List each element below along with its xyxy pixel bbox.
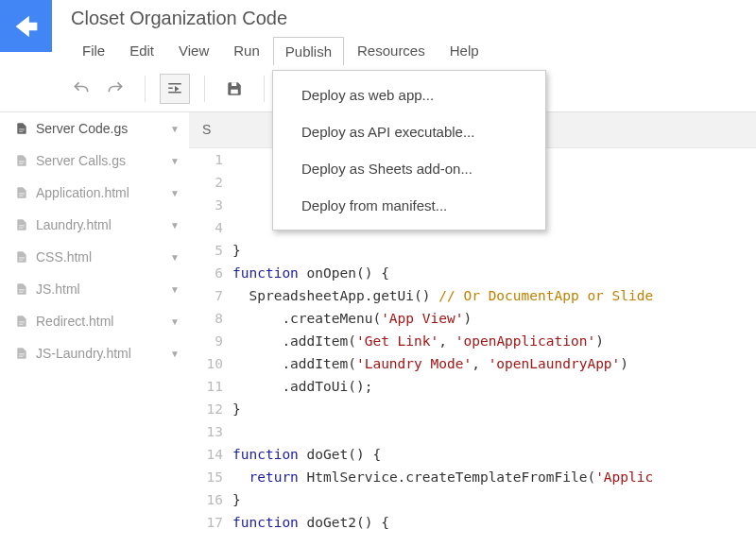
line-gutter: 1234567891011121314151617 — [189, 148, 232, 534]
file-name: Redirect.html — [36, 314, 113, 329]
file-item[interactable]: Server Code.gs▼ — [0, 112, 189, 145]
file-sidebar: Server Code.gs▼Server Calls.gs▼Applicati… — [0, 112, 189, 540]
file-name: Server Calls.gs — [36, 153, 126, 168]
file-icon — [15, 314, 28, 329]
save-button[interactable] — [219, 74, 249, 104]
menubar: FileEditViewRunPublishResourcesHelp — [71, 37, 756, 65]
file-item[interactable]: Redirect.html▼ — [0, 305, 189, 337]
file-icon — [15, 185, 28, 200]
file-name: JS.html — [36, 282, 80, 297]
svg-rect-0 — [168, 83, 181, 85]
caret-down-icon[interactable]: ▼ — [170, 252, 180, 263]
menu-publish[interactable]: Publish — [273, 37, 344, 65]
file-icon — [15, 217, 28, 232]
caret-down-icon[interactable]: ▼ — [170, 316, 180, 327]
menu-file[interactable]: File — [71, 37, 116, 65]
file-name: Server Code.gs — [36, 121, 128, 136]
file-item[interactable]: CSS.html▼ — [0, 241, 189, 273]
project-title[interactable]: Closet Organization Code — [71, 8, 756, 29]
file-item[interactable]: Application.html▼ — [0, 177, 189, 209]
caret-down-icon[interactable]: ▼ — [170, 156, 180, 166]
file-name: JS-Laundry.html — [36, 346, 131, 361]
indent-button[interactable] — [160, 74, 190, 104]
file-icon — [15, 153, 28, 168]
file-name: Laundry.html — [36, 217, 112, 232]
dropdown-item[interactable]: Deploy as web app... — [273, 77, 545, 113]
dropdown-item[interactable]: Deploy as Sheets add-on... — [273, 150, 545, 187]
caret-down-icon[interactable]: ▼ — [170, 124, 180, 134]
file-item[interactable]: Laundry.html▼ — [0, 209, 189, 241]
file-name: CSS.html — [36, 249, 92, 264]
menu-resources[interactable]: Resources — [346, 37, 437, 65]
svg-rect-1 — [168, 87, 173, 89]
file-item[interactable]: JS-Laundry.html▼ — [0, 337, 189, 369]
redo-button[interactable] — [100, 74, 130, 104]
menu-run[interactable]: Run — [222, 37, 271, 65]
menu-view[interactable]: View — [167, 37, 220, 65]
caret-down-icon[interactable]: ▼ — [170, 220, 180, 230]
dropdown-item[interactable]: Deploy as API executable... — [273, 113, 545, 150]
caret-down-icon[interactable]: ▼ — [170, 188, 180, 198]
file-item[interactable]: Server Calls.gs▼ — [0, 145, 189, 177]
menu-edit[interactable]: Edit — [118, 37, 165, 65]
caret-down-icon[interactable]: ▼ — [170, 349, 180, 359]
file-icon — [15, 346, 28, 361]
undo-button[interactable] — [66, 74, 96, 104]
svg-rect-3 — [231, 89, 238, 94]
svg-rect-4 — [232, 82, 236, 86]
apps-script-logo — [0, 0, 52, 52]
file-icon — [15, 282, 28, 297]
publish-dropdown: Deploy as web app...Deploy as API execut… — [272, 70, 546, 230]
file-icon — [15, 249, 28, 264]
file-item[interactable]: JS.html▼ — [0, 273, 189, 305]
file-name: Application.html — [36, 185, 129, 200]
caret-down-icon[interactable]: ▼ — [170, 284, 180, 295]
dropdown-item[interactable]: Deploy from manifest... — [273, 187, 545, 224]
svg-rect-2 — [168, 92, 181, 94]
file-icon — [15, 121, 28, 136]
menu-help[interactable]: Help — [438, 37, 490, 65]
